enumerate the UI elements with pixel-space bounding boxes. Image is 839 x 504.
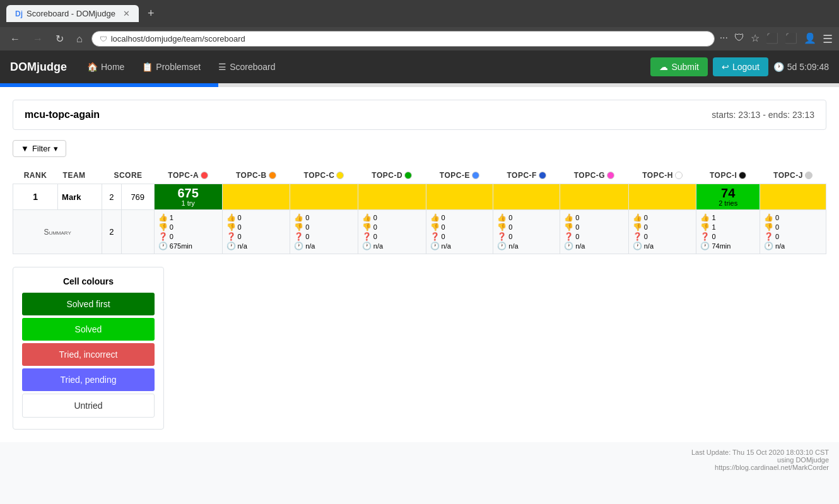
shield-icon: 🛡 xyxy=(100,35,107,44)
more-icon[interactable]: ··· xyxy=(720,32,728,46)
scoreboard-label: Scoreboard xyxy=(230,62,275,72)
time-val-c: n/a xyxy=(305,242,315,250)
pending-icon-j: ❓ xyxy=(764,232,773,241)
clock-icon-f: 🕐 xyxy=(497,242,507,250)
pending-count-i: 0 xyxy=(712,233,715,240)
filter-icon: ▼ xyxy=(21,144,29,153)
logout-label: Logout xyxy=(732,62,760,72)
topc-f-label: TOPC-F xyxy=(507,171,537,180)
clock-icon: 🕐 xyxy=(773,62,784,72)
clock-icon-i: 🕐 xyxy=(700,242,710,250)
url-text: localhost/domjudge/team/scoreboard xyxy=(111,34,707,44)
submit-button[interactable]: ☁ Submit xyxy=(650,57,708,76)
topc-d-dot xyxy=(404,172,412,179)
topc-h-dot xyxy=(675,172,683,179)
refresh-button[interactable]: ↻ xyxy=(52,32,67,46)
pending-icon-g: ❓ xyxy=(564,232,573,241)
home-label: Home xyxy=(101,62,124,72)
legend-tried-pending: Tried, pending xyxy=(22,368,155,391)
domjudge-link[interactable]: https://blog.cardinael.net/MarkCorder xyxy=(715,464,829,471)
close-tab-icon[interactable]: ✕ xyxy=(123,9,130,18)
topc-i-cell: 74 2 tries xyxy=(696,184,760,210)
browser-chrome: Dj Scoreboard - DOMjudge ✕ + xyxy=(0,0,839,27)
clock-icon-j: 🕐 xyxy=(764,242,773,250)
contest-name: mcu-topc-again xyxy=(25,109,100,120)
filter-button[interactable]: ▼ Filter ▾ xyxy=(13,140,66,157)
topc-h-cell xyxy=(628,184,696,210)
app-logo: DOMjudge xyxy=(10,61,67,74)
main-content: mcu-topc-again starts: 23:13 - ends: 23:… xyxy=(0,87,839,442)
nav-problemset-link[interactable]: 📋 Problemset xyxy=(134,57,208,77)
correct-count-j: 0 xyxy=(775,214,779,221)
new-tab-button[interactable]: + xyxy=(144,7,158,20)
correct-count-g: 0 xyxy=(575,214,579,221)
topc-d-cell xyxy=(358,184,426,210)
hamburger-menu-icon[interactable]: ☰ xyxy=(823,32,833,46)
topc-b-cell xyxy=(222,184,290,210)
address-bar[interactable]: 🛡 localhost/domjudge/team/scoreboard xyxy=(91,31,715,47)
logout-button[interactable]: ↩ Logout xyxy=(713,57,768,76)
problemset-icon: 📋 xyxy=(142,62,153,72)
contest-time: starts: 23:13 - ends: 23:13 xyxy=(712,110,814,120)
reading-mode-icon[interactable]: ⬛ xyxy=(785,32,797,46)
topc-b-dot xyxy=(269,172,276,179)
bookmarks-icon[interactable]: ⬛ xyxy=(766,32,778,46)
footer: Last Update: Thu 15 Oct 2020 18:03:10 CS… xyxy=(0,442,839,478)
back-button[interactable]: ← xyxy=(6,32,24,46)
pending-count-f: 0 xyxy=(508,233,512,240)
summary-topc-c: 👍0 👎0 ❓0 🕐n/a xyxy=(290,210,358,254)
summary-topc-j: 👍0 👎0 ❓0 🕐n/a xyxy=(760,210,826,254)
bookmark-shield-icon[interactable]: 🛡 xyxy=(734,32,744,46)
topc-a-cell: 675 1 try xyxy=(154,184,222,210)
correct-count-f: 0 xyxy=(508,214,512,221)
star-icon[interactable]: ☆ xyxy=(751,32,760,46)
topc-a-score: 675 xyxy=(158,187,218,199)
time-cell: 769 xyxy=(121,184,154,210)
thumbs-down-icon-f: 👎 xyxy=(497,223,507,231)
topc-f-cell xyxy=(493,184,560,210)
thumbs-up-icon-h: 👍 xyxy=(633,213,642,222)
nav-scoreboard-link[interactable]: ☰ Scoreboard xyxy=(211,57,283,77)
topc-j-label: TOPC-J xyxy=(773,171,803,180)
cloud-icon: ☁ xyxy=(659,62,668,72)
thumbs-up-icon: 👍 xyxy=(158,213,168,222)
table-row: 1 Mark 2 769 675 1 try xyxy=(13,184,826,210)
topc-f-dot xyxy=(539,172,546,179)
wrong-count-b: 0 xyxy=(238,223,242,231)
browser-tab[interactable]: Dj Scoreboard - DOMjudge ✕ xyxy=(6,5,139,22)
topc-c-dot xyxy=(336,172,344,179)
summary-topc-b: 👍0 👎0 ❓0 🕐n/a xyxy=(222,210,290,254)
pending-count-h: 0 xyxy=(644,233,648,240)
last-update-text: Last Update: Thu 15 Oct 2020 18:03:10 CS… xyxy=(10,448,829,456)
time-val-d: n/a xyxy=(373,242,383,250)
topc-e-label: TOPC-E xyxy=(440,171,470,180)
topc-i-dot xyxy=(739,172,746,179)
home-button[interactable]: ⌂ xyxy=(73,32,86,46)
nav-home-link[interactable]: 🏠 Home xyxy=(79,57,132,77)
clock-icon-d: 🕐 xyxy=(362,242,372,250)
pending-icon-c: ❓ xyxy=(294,232,303,241)
account-icon[interactable]: 👤 xyxy=(804,32,816,46)
topc-a-tries: 1 try xyxy=(158,199,218,207)
team-name-cell: Mark xyxy=(58,184,102,210)
contest-header: mcu-topc-again starts: 23:13 - ends: 23:… xyxy=(13,100,826,130)
thumbs-down-icon-j: 👎 xyxy=(764,223,773,231)
topc-c-cell xyxy=(290,184,358,210)
thumbs-up-icon-d: 👍 xyxy=(362,213,372,222)
legend-container: Cell colours Solved first Solved Tried, … xyxy=(13,267,164,430)
thumbs-up-icon-c: 👍 xyxy=(294,213,303,222)
thumbs-up-icon-e: 👍 xyxy=(430,213,440,222)
pending-icon-e: ❓ xyxy=(430,232,440,241)
topc-b-header: TOPC-B xyxy=(222,167,290,184)
correct-count-d: 0 xyxy=(373,214,377,221)
app-nav-links: 🏠 Home 📋 Problemset ☰ Scoreboard xyxy=(79,57,650,77)
time-val-b: n/a xyxy=(238,242,247,250)
thumbs-down-icon-e: 👎 xyxy=(430,223,440,231)
thumbs-down-icon-d: 👎 xyxy=(362,223,372,231)
clock-icon-h: 🕐 xyxy=(633,242,642,250)
clock-icon-e: 🕐 xyxy=(430,242,440,250)
pending-count-e: 0 xyxy=(442,233,445,240)
wrong-count-g: 0 xyxy=(575,223,579,231)
topc-a-label: TOPC-A xyxy=(168,171,199,180)
wrong-count-j: 0 xyxy=(775,223,779,231)
